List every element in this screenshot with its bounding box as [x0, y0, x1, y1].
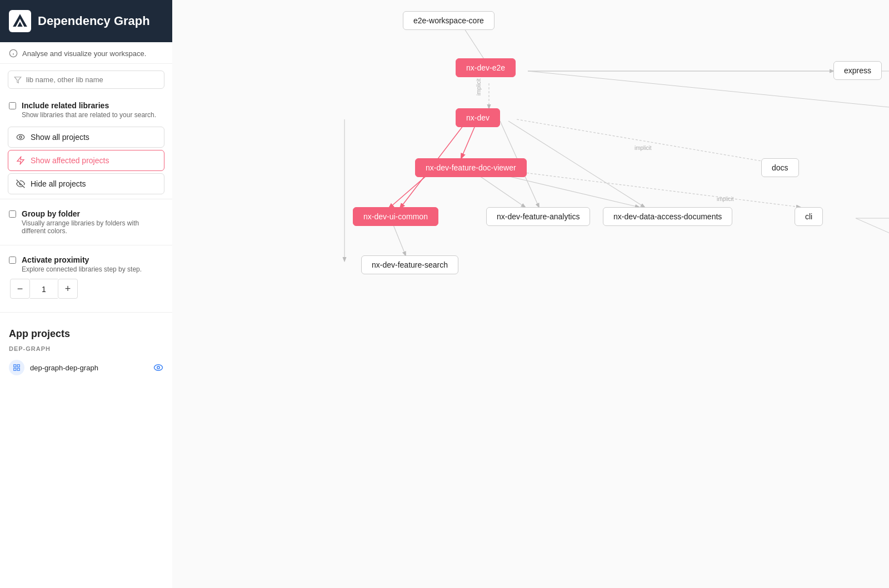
dep-graph-item[interactable]: dep-graph-dep-graph — [9, 355, 163, 380]
include-related-checkbox[interactable] — [9, 102, 16, 109]
svg-line-21 — [508, 121, 645, 207]
node-e2e-workspace-core[interactable]: e2e-workspace-core — [403, 11, 495, 30]
svg-rect-9 — [17, 365, 19, 367]
sidebar-title: Dependency Graph — [38, 14, 150, 28]
stepper-value: 1 — [30, 279, 58, 299]
svg-line-22 — [389, 172, 431, 208]
svg-marker-6 — [17, 157, 24, 164]
project-icon — [9, 360, 24, 375]
group-by-folder-checkbox[interactable] — [9, 210, 16, 218]
filter-icon — [14, 76, 22, 84]
group-by-folder-label: Group by folder — [22, 209, 163, 218]
stepper-plus-button[interactable]: + — [58, 279, 78, 299]
node-cli[interactable]: cli — [795, 207, 823, 226]
app-projects-section: App projects DEP-GRAPH dep-graph-dep-gra… — [0, 317, 172, 384]
include-related-label: Include related libraries — [22, 101, 156, 110]
eye-icon — [16, 133, 25, 142]
svg-point-12 — [154, 365, 163, 371]
divider2 — [0, 245, 172, 245]
graph-area: implicit implicit implicit e2e-workspace… — [172, 0, 889, 588]
show-all-button[interactable]: Show all projects — [8, 127, 164, 148]
proximity-stepper: − 1 + — [10, 279, 163, 299]
project-eye-icon[interactable] — [153, 363, 163, 373]
svg-rect-10 — [17, 368, 19, 370]
divider1 — [0, 199, 172, 199]
affected-icon — [16, 156, 25, 165]
show-affected-label: Show affected projects — [31, 156, 109, 165]
sidebar-header: Dependency Graph — [0, 0, 172, 42]
sidebar: Dependency Graph Analyse and visualize y… — [0, 0, 172, 588]
group-by-folder-row: Group by folder Visually arrange librari… — [0, 204, 172, 240]
svg-point-13 — [157, 366, 160, 369]
activate-proximity-row: Activate proximity Explore connected lib… — [9, 255, 163, 273]
node-nx-dev-feature-analytics[interactable]: nx-dev-feature-analytics — [486, 207, 590, 226]
node-nx-dev-data-access-documents[interactable]: nx-dev-data-access-documents — [603, 207, 732, 226]
include-related-row: Include related libraries Show libraries… — [0, 96, 172, 124]
activate-proximity-checkbox[interactable] — [9, 257, 16, 264]
divider3 — [0, 312, 172, 313]
dep-graph-label: DEP-GRAPH — [9, 345, 163, 352]
node-express[interactable]: express — [833, 61, 882, 80]
svg-line-31 — [856, 218, 889, 250]
hide-all-button[interactable]: Hide all projects — [8, 173, 164, 194]
graph-edges: implicit implicit implicit — [172, 0, 889, 588]
svg-point-5 — [19, 136, 22, 138]
project-label: dep-graph-dep-graph — [30, 364, 148, 372]
eye-off-icon — [16, 179, 25, 188]
hide-all-label: Hide all projects — [31, 179, 86, 188]
svg-text:implicit: implicit — [476, 78, 482, 96]
nx-logo — [9, 10, 31, 32]
info-text: Analyse and visualize your workspace. — [22, 49, 146, 58]
svg-line-25 — [511, 171, 800, 207]
stepper-minus-button[interactable]: − — [10, 279, 30, 299]
node-nx-dev-feature-search[interactable]: nx-dev-feature-search — [361, 255, 458, 274]
sidebar-info: Analyse and visualize your workspace. — [0, 42, 172, 64]
node-nx-dev-feature-doc-viewer[interactable]: nx-dev-feature-doc-viewer — [415, 158, 527, 177]
node-nx-dev[interactable]: nx-dev — [456, 108, 500, 127]
svg-text:implicit: implicit — [635, 145, 652, 151]
activate-proximity-desc: Explore connected libraries step by step… — [22, 265, 142, 273]
proximity-section: Activate proximity Explore connected lib… — [0, 250, 172, 308]
sidebar-body: Analyse and visualize your workspace. In… — [0, 42, 172, 588]
svg-rect-11 — [14, 368, 16, 370]
svg-line-26 — [392, 221, 406, 255]
show-all-label: Show all projects — [31, 133, 89, 142]
svg-point-4 — [17, 134, 24, 139]
svg-marker-3 — [14, 77, 21, 83]
show-affected-button[interactable]: Show affected projects — [8, 150, 164, 171]
app-projects-title: App projects — [9, 328, 163, 340]
include-related-desc: Show libraries that are related to your … — [22, 111, 156, 119]
activate-proximity-label: Activate proximity — [22, 255, 142, 264]
search-bar[interactable] — [8, 71, 164, 89]
svg-line-19 — [517, 119, 778, 164]
node-nx-dev-ui-common[interactable]: nx-dev-ui-common — [353, 207, 438, 226]
svg-rect-8 — [14, 365, 16, 367]
node-docs[interactable]: docs — [761, 158, 799, 177]
group-by-folder-desc: Visually arrange libraries by folders wi… — [22, 219, 163, 235]
node-nx-dev-e2e[interactable]: nx-dev-e2e — [456, 58, 516, 77]
svg-text:implicit: implicit — [717, 196, 734, 202]
search-input[interactable] — [26, 76, 158, 84]
